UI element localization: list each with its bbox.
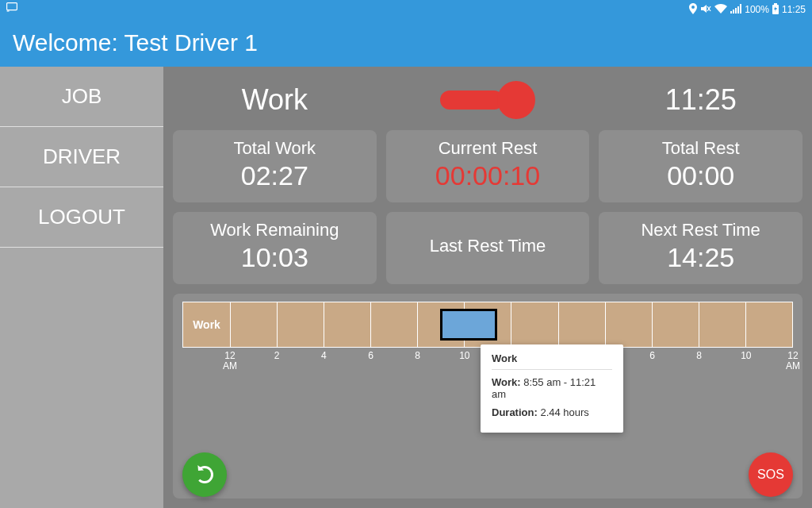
welcome-text: Welcome: Test Driver 1 bbox=[13, 29, 258, 56]
card-next-rest-time: Next Rest Time 14:25 bbox=[599, 212, 802, 284]
timeline-cell bbox=[371, 302, 418, 347]
sidebar-item-job[interactable]: JOB bbox=[0, 67, 163, 127]
card-last-rest-time: Last Rest Time bbox=[386, 212, 590, 284]
android-status-bar: 100% 11:25 bbox=[0, 0, 812, 19]
card-label: Current Rest bbox=[439, 138, 538, 159]
card-label: Last Rest Time bbox=[430, 236, 546, 256]
svg-rect-0 bbox=[7, 3, 17, 10]
svg-rect-6 bbox=[737, 6, 739, 13]
timeline-tick: 10 bbox=[453, 351, 477, 361]
main-panel: Work 11:25 Total Work 02:27 Current Rest… bbox=[163, 67, 812, 508]
location-icon bbox=[689, 3, 697, 17]
mute-icon bbox=[700, 4, 711, 16]
card-label: Total Work bbox=[234, 138, 316, 159]
card-value: 02:27 bbox=[241, 160, 308, 191]
tooltip-duration-row: Duration: 2.44 hours bbox=[492, 406, 612, 418]
card-value: 14:25 bbox=[667, 242, 734, 273]
sidebar-item-driver[interactable]: DRIVER bbox=[0, 127, 163, 187]
mode-label: Work bbox=[173, 83, 377, 117]
tooltip-work-row: Work: 8:55 am - 11:21 am bbox=[492, 376, 612, 400]
timeline-work-block[interactable] bbox=[440, 309, 497, 341]
card-work-remaining: Work Remaining 10:03 bbox=[173, 212, 377, 284]
work-rest-toggle[interactable] bbox=[440, 86, 535, 114]
timeline-cell bbox=[653, 302, 699, 347]
toggle-track bbox=[440, 90, 504, 110]
sos-label: SOS bbox=[757, 468, 784, 482]
timeline-cell bbox=[324, 302, 371, 347]
tooltip-duration-label: Duration: bbox=[492, 406, 538, 418]
card-total-work: Total Work 02:27 bbox=[173, 130, 377, 202]
timeline-cell bbox=[699, 302, 746, 347]
timeline-cell bbox=[746, 302, 793, 347]
refresh-icon bbox=[196, 466, 213, 483]
battery-text: 100% bbox=[745, 4, 769, 15]
timeline-cell bbox=[559, 302, 606, 347]
status-time: 11:25 bbox=[782, 4, 806, 15]
timeline-tick: 6 bbox=[641, 351, 665, 361]
sidebar: JOB DRIVER LOGOUT bbox=[0, 67, 163, 508]
sidebar-item-logout[interactable]: LOGOUT bbox=[0, 187, 163, 248]
timeline-tick: 12 AM bbox=[781, 351, 805, 371]
cast-icon bbox=[6, 2, 17, 14]
current-time: 11:25 bbox=[599, 83, 802, 117]
wifi-icon bbox=[714, 4, 727, 16]
toggle-knob bbox=[497, 81, 535, 119]
timeline-cell bbox=[606, 302, 653, 347]
timeline-tick: 2 bbox=[265, 351, 289, 361]
app-header: Welcome: Test Driver 1 bbox=[0, 19, 812, 67]
tooltip-work-label: Work: bbox=[492, 376, 521, 388]
timeline-tick: 8 bbox=[406, 351, 430, 361]
sidebar-item-label: DRIVER bbox=[43, 144, 121, 169]
timeline-tooltip: Work Work: 8:55 am - 11:21 am Duration: … bbox=[481, 344, 623, 433]
card-value: 00:00:10 bbox=[435, 160, 540, 191]
cards-row-2: Work Remaining 10:03 Last Rest Time Next… bbox=[173, 212, 802, 284]
svg-rect-4 bbox=[733, 10, 734, 13]
timeline-cell bbox=[278, 302, 324, 347]
timeline-tick: 8 bbox=[688, 351, 711, 361]
card-value: 00:00 bbox=[667, 160, 734, 191]
card-label: Work Remaining bbox=[210, 220, 339, 241]
timeline-row-label: Work bbox=[183, 302, 231, 347]
timeline-tick: 4 bbox=[312, 351, 335, 361]
cards-row-1: Total Work 02:27 Current Rest 00:00:10 T… bbox=[173, 130, 802, 202]
card-value: 10:03 bbox=[241, 242, 308, 273]
timeline-tick: 10 bbox=[734, 351, 758, 361]
tooltip-title: Work bbox=[492, 352, 612, 370]
timeline-panel: Work 12 AM2468101224681012 bbox=[173, 294, 802, 498]
svg-rect-3 bbox=[730, 11, 732, 13]
battery-icon bbox=[772, 3, 779, 17]
timeline-cell bbox=[231, 302, 278, 347]
timeline-tick: 12 AM bbox=[218, 351, 242, 371]
svg-rect-9 bbox=[774, 3, 777, 5]
card-label: Total Rest bbox=[662, 138, 740, 159]
timeline-track: Work bbox=[182, 302, 793, 348]
sidebar-item-label: JOB bbox=[62, 84, 102, 109]
card-current-rest: Current Rest 00:00:10 bbox=[386, 130, 590, 202]
signal-icon bbox=[730, 4, 741, 16]
top-row: Work 11:25 bbox=[173, 76, 802, 124]
sidebar-item-label: LOGOUT bbox=[38, 205, 125, 229]
tooltip-duration-value: 2.44 hours bbox=[540, 406, 588, 418]
card-label: Next Rest Time bbox=[641, 220, 760, 241]
refresh-button[interactable] bbox=[182, 452, 227, 497]
sos-button[interactable]: SOS bbox=[749, 452, 793, 497]
timeline-cells[interactable] bbox=[231, 302, 793, 347]
svg-rect-5 bbox=[735, 8, 737, 13]
svg-rect-7 bbox=[740, 4, 741, 13]
timeline-cell bbox=[511, 302, 558, 347]
timeline-tick: 6 bbox=[359, 351, 383, 361]
card-total-rest: Total Rest 00:00 bbox=[599, 130, 802, 202]
